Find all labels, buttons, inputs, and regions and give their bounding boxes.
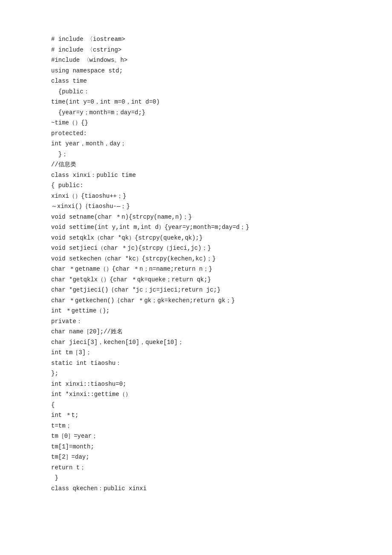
code-content: # include 〈iostream> # include 〈cstring>… bbox=[51, 34, 341, 494]
